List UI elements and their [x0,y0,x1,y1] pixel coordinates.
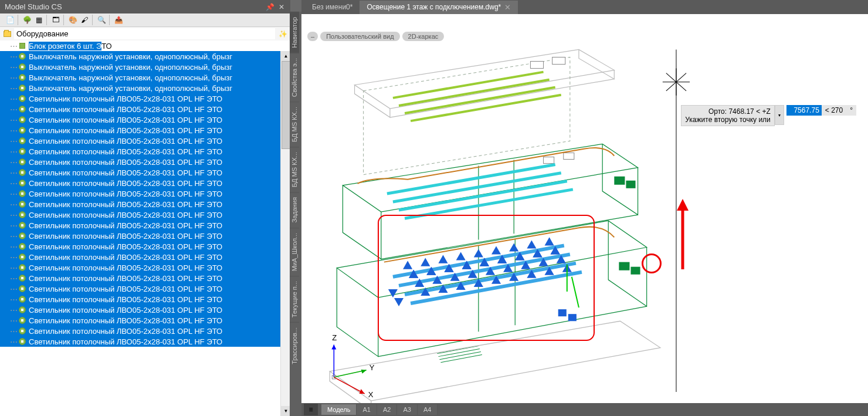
svg-marker-76 [331,345,336,350]
tree-item[interactable]: ⋯Светильник потолочный ЛВО05-2х28-031 OP… [0,93,290,104]
side-tab[interactable]: Трассиров... [290,322,299,369]
viewport-view-pill[interactable]: Пользовательский вид [320,32,399,41]
tree-item[interactable]: ⋯Светильник потолочный ЛВО05-2х28-031 OP… [0,283,290,294]
toolbar-color2-icon[interactable]: 🖌 [79,15,90,25]
gear-icon [18,136,27,146]
panel-toolbar: 📄 🌳 ▦ 🗔 🎨 🖌 🔍 📤 [0,13,290,27]
gear-icon [18,316,27,325]
coord-dropdown-icon[interactable]: ▾ [775,105,784,125]
tree-item[interactable]: ⋯Светильник потолочный ЛВО05-2х28-031 OP… [0,315,290,326]
layout-tab[interactable]: A1 [357,404,377,415]
tree-item-label: Светильник потолочный ЛВО05-2х28-031 OPL… [29,190,222,198]
toolbar-window-icon[interactable]: 🗔 [50,15,61,25]
side-tab[interactable]: МиА_Школ... [290,228,299,276]
layout-tab[interactable]: Модель [321,404,357,415]
tree-item[interactable]: ⋯Выключатель наружной установки, однопол… [0,62,290,72]
toolbar-find-icon[interactable]: 🔍 [96,15,107,25]
gear-icon [18,252,27,262]
search-input[interactable] [14,28,275,39]
viewport[interactable]: – Пользовательский вид 2D-каркас [301,14,868,403]
tree-item[interactable]: ⋯Светильник потолочный ЛВО05-2х28-031 OP… [0,252,290,262]
tree-item-label: Светильник потолочный ЛВО05-2х28-031 OPL… [29,232,222,241]
tree-item-label: Светильник потолочный ЛВО05-2х28-031 OPL… [29,94,222,103]
tree-item[interactable]: ⋯Светильник потолочный ЛВО05-2х28-031 OP… [0,167,290,178]
pin-icon[interactable]: 📌 [266,3,274,11]
tree-item[interactable]: ⋯Блок розеток 6 шт. ЭТО [0,40,290,51]
tree-item-label: Выключатель наружной установки, однополю… [29,84,232,93]
folder-search-icon [2,29,12,39]
svg-line-81 [334,377,364,394]
side-tab[interactable]: БД MS КХ... [290,147,299,192]
svg-marker-86 [677,199,689,211]
document-tab[interactable]: Без имени0* [305,1,360,13]
side-tab[interactable]: БД MS КХ... [290,102,299,147]
layout-tab[interactable]: A4 [418,404,438,415]
tree-item[interactable]: ⋯Светильник потолочный ЛВО05-2х28-031 OP… [0,178,290,188]
tree-item[interactable]: ⋯Светильник потолочный ЛВО05-2х28-031 OP… [0,188,290,199]
layout-tab[interactable]: A3 [397,404,417,415]
svg-line-78 [334,370,366,377]
scroll-up-icon[interactable]: ▲ [281,51,290,61]
svg-rect-67 [619,262,629,270]
vertical-scrollbar[interactable]: ▲ ▼ [280,51,290,416]
svg-line-74 [440,355,482,363]
gear-icon [18,147,27,156]
tree-item[interactable]: ⋯Светильник потолочный ЛВО05-2х28-031 OP… [0,104,290,114]
coord-value-input[interactable] [786,105,822,116]
tree-item[interactable]: ⋯Светильник потолочный ЛВО05-2х28-031 OP… [0,294,290,305]
tree-area[interactable]: ⋯Блок розеток 6 шт. ЭТО⋯Выключатель нару… [0,40,290,416]
side-tab[interactable]: Текущие п... [290,276,299,322]
svg-rect-6 [552,57,565,64]
toolbar-new-icon[interactable]: 📄 [5,15,15,25]
close-tab-icon[interactable]: ✕ [504,3,511,12]
tree-item[interactable]: ⋯Светильник потолочный ЛВО05-2х28-031 OP… [0,326,290,336]
tree-item-label: Светильник потолочный ЛВО05-2х28-031 OPL… [29,147,222,156]
tree-item-label: Светильник потолочный ЛВО05-2х28-031 OPL… [29,337,222,346]
tree-item[interactable]: ⋯Светильник потолочный ЛВО05-2х28-031 OP… [0,136,290,146]
gear-icon [18,52,27,61]
layout-menu-icon[interactable]: ≡ [304,404,318,415]
tree-item-label: Выключатель наружной установки, однополю… [29,52,232,61]
toolbar-tree-icon[interactable]: 🌳 [22,15,32,25]
tree-item[interactable]: ⋯Выключатель наружной установки, однопол… [0,83,290,93]
tree-item[interactable]: ⋯Светильник потолочный ЛВО05-2х28-031 OP… [0,336,290,347]
document-tab[interactable]: Освещение 1 этаж с подключением.dwg*✕ [360,1,518,14]
wand-icon[interactable]: ✨ [277,29,288,39]
tree-item[interactable]: ⋯Светильник потолочный ЛВО05-2х28-031 OP… [0,273,290,283]
tree-item[interactable]: ⋯Светильник потолочный ЛВО05-2х28-031 OP… [0,125,290,136]
layout-tab[interactable]: A2 [377,404,397,415]
scroll-thumb[interactable] [282,61,290,149]
tree-item[interactable]: ⋯Светильник потолочный ЛВО05-2х28-031 OP… [0,114,290,125]
gear-icon [18,221,27,230]
viewport-minus-pill[interactable]: – [307,32,318,41]
toolbar-color1-icon[interactable]: 🎨 [67,15,78,25]
tree-item[interactable]: ⋯Светильник потолочный ЛВО05-2х28-031 OP… [0,241,290,252]
close-panel-icon[interactable]: ✕ [277,3,286,11]
tree-item[interactable]: ⋯Светильник потолочный ЛВО05-2х28-031 OP… [0,146,290,157]
tree-item[interactable]: ⋯Выключатель наружной установки, однопол… [0,72,290,83]
tree-item-label: Светильник потолочный ЛВО05-2х28-031 OPL… [29,200,222,209]
tree-item[interactable]: ⋯Светильник потолочный ЛВО05-2х28-031 OP… [0,157,290,167]
tree-item[interactable]: ⋯Светильник потолочный ЛВО05-2х28-031 OP… [0,262,290,273]
svg-line-73 [439,352,480,360]
tree-item[interactable]: ⋯Выключатель наружной установки, однопол… [0,51,290,62]
scroll-down-icon[interactable]: ▼ [281,406,290,416]
tree-item[interactable]: ⋯Светильник потолочный ЛВО05-2х28-031 OP… [0,209,290,220]
tree-item-label: Светильник потолочный ЛВО05-2х28-031 OPL… [29,285,222,293]
tree-item[interactable]: ⋯Светильник потолочный ЛВО05-2х28-031 OP… [0,199,290,209]
panel-header: Model Studio CS 📌 ✕ [0,0,290,13]
annotation-red-arrow [671,196,694,272]
side-tab[interactable]: Навигатор [290,12,299,53]
toolbar-export-icon[interactable]: 📤 [113,15,124,25]
tree-item[interactable]: ⋯Светильник потолочный ЛВО05-2х28-031 OP… [0,305,290,315]
gear-icon [18,210,27,219]
viewport-style-pill[interactable]: 2D-каркас [402,32,445,41]
tree-item-label: Светильник потолочный ЛВО05-2х28-031 OPL… [29,274,222,283]
tree-item-label: Блок розеток 6 шт. ЭТО [29,42,112,50]
gear-icon [18,104,27,114]
toolbar-grid-icon[interactable]: ▦ [33,15,44,25]
side-tab[interactable]: Свойства э... [290,53,299,102]
tree-item[interactable]: ⋯Светильник потолочный ЛВО05-2х28-031 OP… [0,220,290,231]
side-tab[interactable]: Задания [290,192,299,227]
tree-item[interactable]: ⋯Светильник потолочный ЛВО05-2х28-031 OP… [0,231,290,241]
